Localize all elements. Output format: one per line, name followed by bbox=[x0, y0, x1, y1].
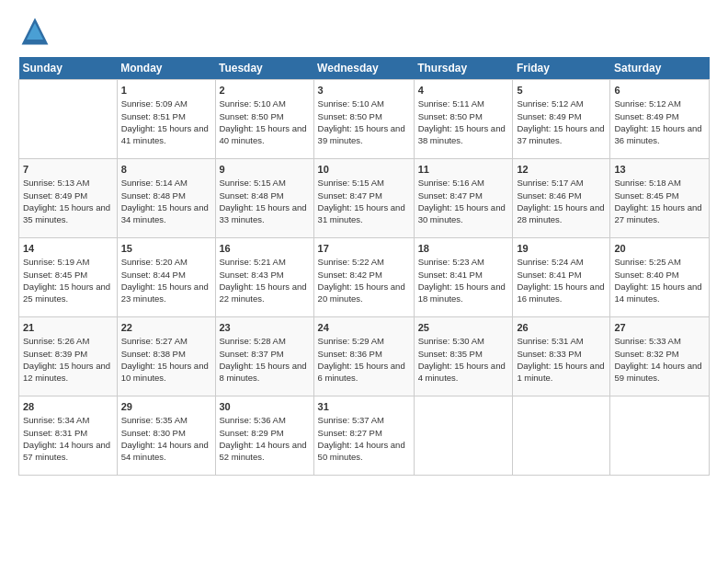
sunrise-text: Sunrise: 5:29 AM bbox=[318, 336, 384, 346]
sunset-text: Sunset: 8:42 PM bbox=[318, 270, 382, 280]
day-number: 18 bbox=[418, 243, 429, 254]
sunset-text: Sunset: 8:50 PM bbox=[418, 111, 483, 121]
calendar-cell: 3Sunrise: 5:10 AMSunset: 8:50 PMDaylight… bbox=[313, 80, 414, 159]
day-number: 12 bbox=[517, 164, 528, 175]
sunset-text: Sunset: 8:47 PM bbox=[418, 190, 483, 201]
sunset-text: Sunset: 8:45 PM bbox=[23, 270, 87, 280]
day-number: 7 bbox=[23, 164, 28, 175]
calendar-cell: 20Sunrise: 5:25 AMSunset: 8:40 PMDayligh… bbox=[610, 238, 710, 317]
sunset-text: Sunset: 8:47 PM bbox=[318, 190, 382, 201]
sunset-text: Sunset: 8:33 PM bbox=[517, 349, 581, 359]
header-cell-friday: Friday bbox=[513, 57, 610, 80]
week-row-3: 21Sunrise: 5:26 AMSunset: 8:39 PMDayligh… bbox=[19, 317, 710, 396]
day-number: 9 bbox=[220, 164, 225, 175]
day-number: 28 bbox=[23, 401, 34, 412]
sunrise-text: Sunrise: 5:37 AM bbox=[318, 415, 384, 425]
day-number: 31 bbox=[318, 401, 329, 412]
sunset-text: Sunset: 8:48 PM bbox=[121, 190, 186, 201]
sunrise-text: Sunrise: 5:18 AM bbox=[614, 178, 680, 188]
sunrise-text: Sunrise: 5:21 AM bbox=[220, 257, 286, 267]
sunset-text: Sunset: 8:31 PM bbox=[23, 428, 87, 438]
week-row-0: 1Sunrise: 5:09 AMSunset: 8:51 PMDaylight… bbox=[19, 80, 710, 159]
day-number: 16 bbox=[220, 243, 231, 254]
sunset-text: Sunset: 8:49 PM bbox=[614, 111, 678, 121]
daylight-text: Daylight: 14 hours and 54 minutes. bbox=[121, 440, 209, 462]
daylight-text: Daylight: 15 hours and 20 minutes. bbox=[318, 282, 405, 304]
week-row-2: 14Sunrise: 5:19 AMSunset: 8:45 PMDayligh… bbox=[19, 238, 710, 317]
sunrise-text: Sunrise: 5:16 AM bbox=[418, 178, 484, 188]
day-number: 17 bbox=[318, 243, 329, 254]
sunset-text: Sunset: 8:51 PM bbox=[121, 111, 186, 121]
sunset-text: Sunset: 8:30 PM bbox=[121, 428, 186, 438]
daylight-text: Daylight: 15 hours and 25 minutes. bbox=[23, 282, 110, 304]
week-row-1: 7Sunrise: 5:13 AMSunset: 8:49 PMDaylight… bbox=[19, 159, 710, 238]
calendar-cell: 14Sunrise: 5:19 AMSunset: 8:45 PMDayligh… bbox=[19, 238, 118, 317]
day-number: 24 bbox=[318, 322, 329, 333]
day-number: 27 bbox=[614, 322, 625, 333]
sunrise-text: Sunrise: 5:22 AM bbox=[318, 257, 384, 267]
sunset-text: Sunset: 8:43 PM bbox=[220, 270, 284, 280]
sunrise-text: Sunrise: 5:24 AM bbox=[517, 257, 583, 267]
day-number: 2 bbox=[220, 85, 225, 96]
sunrise-text: Sunrise: 5:33 AM bbox=[614, 336, 680, 346]
sunrise-text: Sunrise: 5:26 AM bbox=[23, 336, 89, 346]
daylight-text: Daylight: 15 hours and 8 minutes. bbox=[220, 361, 307, 383]
daylight-text: Daylight: 15 hours and 12 minutes. bbox=[23, 361, 110, 383]
daylight-text: Daylight: 15 hours and 18 minutes. bbox=[418, 282, 506, 304]
day-number: 3 bbox=[318, 85, 324, 96]
calendar-cell: 28Sunrise: 5:34 AMSunset: 8:31 PMDayligh… bbox=[19, 396, 118, 476]
day-number: 1 bbox=[121, 85, 127, 96]
sunset-text: Sunset: 8:32 PM bbox=[614, 349, 678, 359]
sunset-text: Sunset: 8:36 PM bbox=[318, 349, 382, 359]
sunrise-text: Sunrise: 5:10 AM bbox=[318, 98, 384, 109]
header bbox=[18, 15, 710, 48]
daylight-text: Daylight: 14 hours and 57 minutes. bbox=[23, 440, 110, 462]
calendar-cell: 17Sunrise: 5:22 AMSunset: 8:42 PMDayligh… bbox=[313, 238, 414, 317]
header-cell-tuesday: Tuesday bbox=[215, 57, 313, 80]
daylight-text: Daylight: 15 hours and 16 minutes. bbox=[517, 282, 604, 304]
sunset-text: Sunset: 8:39 PM bbox=[23, 349, 87, 359]
calendar-cell: 12Sunrise: 5:17 AMSunset: 8:46 PMDayligh… bbox=[513, 159, 610, 238]
sunset-text: Sunset: 8:46 PM bbox=[517, 190, 581, 201]
sunset-text: Sunset: 8:35 PM bbox=[418, 349, 483, 359]
day-number: 4 bbox=[418, 85, 424, 96]
daylight-text: Daylight: 15 hours and 38 minutes. bbox=[418, 123, 506, 145]
sunrise-text: Sunrise: 5:34 AM bbox=[23, 415, 89, 425]
calendar-cell: 13Sunrise: 5:18 AMSunset: 8:45 PMDayligh… bbox=[610, 159, 710, 238]
sunrise-text: Sunrise: 5:11 AM bbox=[418, 98, 484, 109]
calendar-cell: 4Sunrise: 5:11 AMSunset: 8:50 PMDaylight… bbox=[414, 80, 513, 159]
day-number: 5 bbox=[517, 85, 522, 96]
day-number: 20 bbox=[614, 243, 625, 254]
day-number: 14 bbox=[23, 243, 34, 254]
calendar-cell: 27Sunrise: 5:33 AMSunset: 8:32 PMDayligh… bbox=[610, 317, 710, 396]
calendar-cell: 15Sunrise: 5:20 AMSunset: 8:44 PMDayligh… bbox=[117, 238, 215, 317]
sunrise-text: Sunrise: 5:20 AM bbox=[121, 257, 188, 267]
day-number: 11 bbox=[418, 164, 429, 175]
calendar-cell: 30Sunrise: 5:36 AMSunset: 8:29 PMDayligh… bbox=[215, 396, 313, 476]
calendar-cell: 24Sunrise: 5:29 AMSunset: 8:36 PMDayligh… bbox=[313, 317, 414, 396]
sunset-text: Sunset: 8:37 PM bbox=[220, 349, 284, 359]
sunset-text: Sunset: 8:41 PM bbox=[418, 270, 483, 280]
sunset-text: Sunset: 8:40 PM bbox=[614, 270, 678, 280]
header-row: SundayMondayTuesdayWednesdayThursdayFrid… bbox=[19, 57, 710, 80]
daylight-text: Daylight: 15 hours and 4 minutes. bbox=[418, 361, 506, 383]
sunrise-text: Sunrise: 5:09 AM bbox=[121, 98, 188, 109]
calendar-cell: 21Sunrise: 5:26 AMSunset: 8:39 PMDayligh… bbox=[19, 317, 118, 396]
sunrise-text: Sunrise: 5:31 AM bbox=[517, 336, 583, 346]
sunset-text: Sunset: 8:48 PM bbox=[220, 190, 284, 201]
calendar-cell: 2Sunrise: 5:10 AMSunset: 8:50 PMDaylight… bbox=[215, 80, 313, 159]
calendar-cell bbox=[610, 396, 710, 476]
week-row-4: 28Sunrise: 5:34 AMSunset: 8:31 PMDayligh… bbox=[19, 396, 710, 476]
calendar-cell bbox=[414, 396, 513, 476]
daylight-text: Daylight: 15 hours and 14 minutes. bbox=[614, 282, 701, 304]
sunset-text: Sunset: 8:45 PM bbox=[614, 190, 678, 201]
page: SundayMondayTuesdayWednesdayThursdayFrid… bbox=[0, 0, 728, 485]
daylight-text: Daylight: 15 hours and 40 minutes. bbox=[220, 123, 307, 145]
daylight-text: Daylight: 15 hours and 28 minutes. bbox=[517, 202, 604, 224]
sunset-text: Sunset: 8:50 PM bbox=[220, 111, 284, 121]
logo-icon bbox=[18, 15, 51, 48]
day-number: 23 bbox=[220, 322, 231, 333]
daylight-text: Daylight: 14 hours and 50 minutes. bbox=[318, 440, 405, 462]
daylight-text: Daylight: 15 hours and 31 minutes. bbox=[318, 202, 405, 224]
calendar-cell: 22Sunrise: 5:27 AMSunset: 8:38 PMDayligh… bbox=[117, 317, 215, 396]
